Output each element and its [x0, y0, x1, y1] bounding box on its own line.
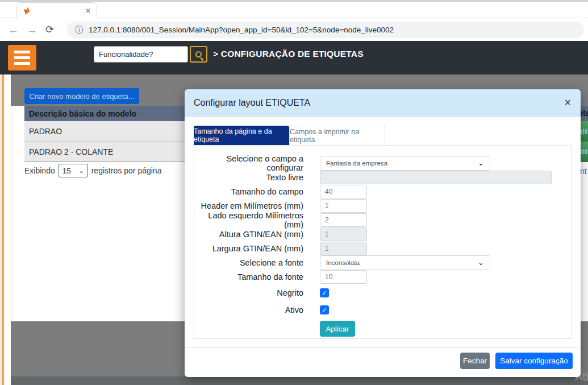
chevron-down-icon: ⌄ [478, 159, 484, 167]
search-button[interactable] [190, 46, 207, 63]
app-header: > CONFIGURAÇÃO DE ETIQUETAS [0, 41, 588, 74]
page-footer-bar [0, 376, 588, 385]
dialog-tabs: Tamanho da página e da etiqueta Campos a… [194, 126, 572, 145]
search-input[interactable] [94, 46, 188, 63]
field-label: Header em Milímetros (mm) [194, 201, 303, 210]
paging-suffix: registros por página [91, 166, 162, 175]
font-select[interactable]: Inconsolata ⌄ [320, 255, 490, 270]
form-row: Selecione o campo a configurar Fantasia … [194, 156, 571, 170]
edit-button-partial[interactable]: dit [581, 121, 588, 142]
chevron-down-icon: ⌄ [78, 167, 84, 175]
form-row: Texto livre [194, 170, 571, 184]
field-size-input[interactable] [320, 185, 367, 198]
field-label: Texto livre [194, 173, 303, 182]
screen: ✕ ← → ⟳ ⓘ 127.0.0.1:8080/001_Session/Mai… [0, 0, 588, 385]
field-select[interactable]: Fantasia da empresa ⌄ [320, 156, 490, 171]
field-label: Altura GTIN/EAN (mm) [194, 230, 303, 239]
close-icon[interactable]: ✕ [564, 98, 572, 107]
form-row: Tamanho da fonte [194, 270, 571, 284]
field-label: Largura GTIN/EAN (mm) [194, 244, 303, 253]
field-label: Negrito [194, 288, 303, 297]
form-row: Lado esquerdo Milímetros (mm) [194, 213, 571, 227]
app-favicon-icon [22, 6, 32, 16]
field-label: Ativo [194, 305, 303, 314]
browser-tab[interactable]: ✕ [16, 2, 97, 19]
forward-icon[interactable]: → [27, 24, 37, 35]
field-label: Tamanho da fonte [194, 272, 303, 281]
tab-print-fields[interactable]: Campos a imprimir na etiqueta [289, 126, 385, 145]
reload-icon[interactable]: ⟳ [45, 24, 54, 35]
form-row: Largura GTIN/EAN (mm) [194, 241, 571, 255]
left-gutter [4, 74, 11, 385]
field-label: Lado esquerdo Milímetros (mm) [194, 211, 303, 229]
edit-button-partial[interactable]: dit [581, 142, 588, 162]
left-mm-input[interactable] [320, 213, 367, 227]
table-header-edit-partial: ita [581, 106, 588, 121]
form-row: Negrito ✓ [194, 287, 571, 299]
field-label: Selecione a fonte [194, 258, 303, 267]
close-dialog-button[interactable]: Fechar [460, 353, 490, 369]
page-title: > CONFIGURAÇÃO DE ETIQUETAS [213, 49, 364, 59]
apply-button[interactable]: Aplicar [320, 321, 355, 337]
tab-content: Selecione o campo a configurar Fantasia … [194, 145, 572, 339]
save-config-button[interactable]: Salvar configuração [495, 353, 573, 369]
form-row: Altura GTIN/EAN (mm) [194, 227, 571, 241]
url-text: 127.0.0.1:8080/001_Session/MainApp?open_… [89, 26, 394, 34]
form-row: Tamanho do campo [194, 184, 571, 198]
link-partial[interactable]: nt [580, 167, 588, 178]
free-text-field[interactable] [320, 171, 552, 184]
search-icon [195, 51, 202, 57]
gtin-height-input[interactable] [320, 227, 367, 241]
paging-prefix: Exibindo [24, 166, 55, 175]
browser-toolbar: ← → ⟳ ⓘ 127.0.0.1:8080/001_Session/MainA… [0, 19, 588, 41]
form-row: Ativo ✓ [194, 304, 571, 316]
bold-checkbox[interactable]: ✓ [320, 288, 329, 297]
dialog-header: Configurar layout ETIQUETA ✕ [185, 89, 581, 117]
tab-close-icon[interactable]: ✕ [85, 7, 91, 14]
create-model-button[interactable]: Criar novo modelo de etiqueta... [24, 88, 139, 104]
gtin-width-input[interactable] [320, 242, 367, 255]
field-label: Tamanho do campo [194, 187, 303, 196]
font-size-input[interactable] [320, 270, 367, 284]
back-icon[interactable]: ← [8, 24, 19, 35]
url-bar[interactable]: ⓘ 127.0.0.1:8080/001_Session/MainApp?ope… [67, 22, 584, 38]
form-row: Selecione a fonte Inconsolata ⌄ [194, 255, 571, 270]
active-checkbox[interactable]: ✓ [320, 305, 329, 314]
configure-layout-dialog: Configurar layout ETIQUETA ✕ Tamanho da … [185, 89, 581, 377]
page-info-icon[interactable]: ⓘ [75, 25, 83, 35]
dialog-footer: Fechar Salvar configuração [185, 347, 581, 377]
header-mm-input[interactable] [320, 199, 367, 213]
dialog-title: Configurar layout ETIQUETA [194, 98, 310, 108]
chevron-down-icon: ⌄ [478, 258, 484, 267]
field-label: Selecione o campo a configurar [194, 154, 303, 172]
menu-icon[interactable] [8, 45, 36, 71]
page-size-select[interactable]: 15 ⌄ [59, 164, 88, 177]
tab-page-size[interactable]: Tamanho da página e da etiqueta [194, 126, 289, 145]
paging-controls: Exibindo 15 ⌄ registros por página [24, 164, 161, 177]
